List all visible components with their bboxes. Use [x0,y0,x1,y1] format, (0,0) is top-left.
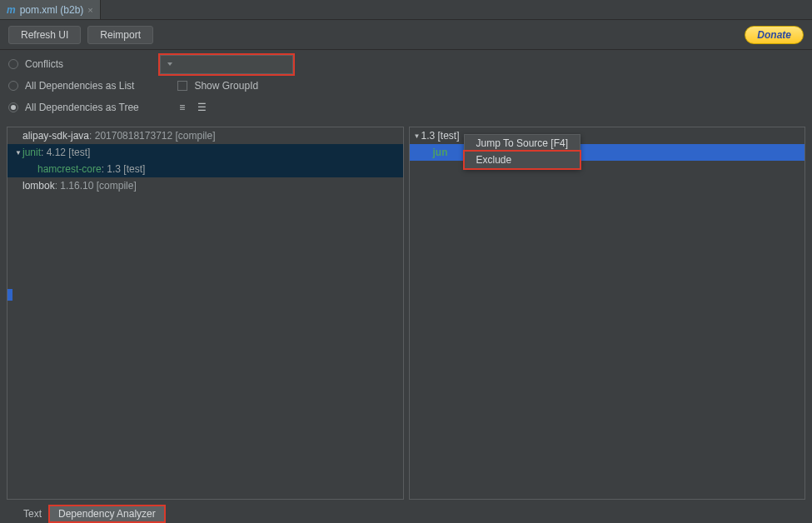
context-menu: Jump To Source [F4] Exclude [464,134,581,169]
tree-row-hamcrest[interactable]: hamcrest-core : 1.3 [test] [7,161,403,177]
expand-toggle-icon[interactable] [14,143,22,162]
reimport-button[interactable]: Reimport [87,26,153,44]
split-pane: alipay-sdk-java : 20170818173712 [compil… [0,127,812,505]
dep-meta: : 20170818173712 [compile] [89,127,215,144]
search-input[interactable] [160,55,293,74]
refresh-ui-button[interactable]: Refresh UI [8,26,81,44]
tree-radio[interactable] [8,102,18,112]
dep-name: junit [22,144,41,161]
search-field[interactable] [176,58,301,70]
close-icon[interactable]: × [87,5,92,15]
gutter-marker [7,289,12,301]
tree-row-junit[interactable]: junit : 4.12 [test] [7,144,403,161]
dep-name: alipay-sdk-java [22,127,89,144]
show-groupid-checkbox[interactable] [177,81,187,91]
option-row-list: All Dependencies as List Show GroupId [8,75,804,97]
collapse-all-icon[interactable] [196,101,209,114]
donate-button[interactable]: Donate [745,26,804,44]
list-label: All Dependencies as List [25,80,134,92]
dep-meta: : 1.16.10 [compile] [55,177,137,194]
usage-panel: 1.3 [test] jun Jump To Source [F4] Exclu… [409,127,806,500]
conflicts-radio[interactable] [8,59,18,69]
bottom-tab-text[interactable]: Text [15,506,50,521]
expand-all-icon[interactable] [176,101,189,114]
menu-item-exclude[interactable]: Exclude [465,152,580,168]
tree-row-lombok[interactable]: lombok : 1.16.10 [compile] [7,177,403,194]
usage-child-prefix: jun [433,144,448,161]
list-radio[interactable] [8,81,18,91]
menu-item-jump-to-source[interactable]: Jump To Source [F4] [465,135,580,152]
search-history-dropdown-icon[interactable] [167,62,172,66]
bottom-tab-dependency-analyzer[interactable]: Dependency Analyzer [50,506,164,521]
dep-meta: : 4.12 [test] [41,144,90,161]
bottom-tab-bar: Text Dependency Analyzer [0,505,812,523]
toolbar: Refresh UI Reimport Donate [0,20,812,50]
tree-row-alipay[interactable]: alipay-sdk-java : 20170818173712 [compil… [7,127,403,144]
dep-meta: : 1.3 [test] [102,161,146,177]
dep-name: lombok [22,177,55,194]
dependency-tree-panel: alipay-sdk-java : 20170818173712 [compil… [7,127,404,500]
option-row-conflicts: Conflicts [8,53,804,75]
maven-file-icon: m [7,4,16,16]
editor-tab-label: pom.xml (b2b) [20,4,84,16]
expand-toggle-icon[interactable] [413,127,421,145]
tree-label: All Dependencies as Tree [25,102,139,113]
conflicts-label: Conflicts [25,58,63,70]
filter-options: Conflicts All Dependencies as List Show … [0,50,812,127]
show-groupid-label: Show GroupId [194,80,258,92]
dep-name: hamcrest-core [37,161,102,177]
editor-tab-bar: m pom.xml (b2b) × [0,0,812,20]
editor-tab[interactable]: m pom.xml (b2b) × [0,0,101,19]
usage-header-label: 1.3 [test] [421,127,460,144]
option-row-tree: All Dependencies as Tree [8,97,804,118]
